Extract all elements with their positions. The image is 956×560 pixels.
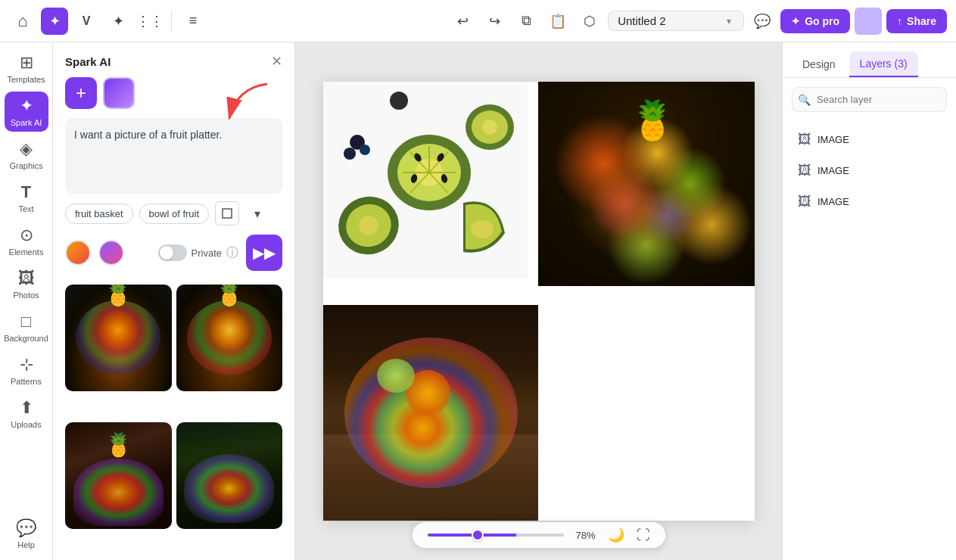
sidebar-item-templates[interactable]: ⊞ Templates xyxy=(5,48,48,89)
generated-image-1[interactable]: 🍍 xyxy=(65,285,172,391)
search-icon: 🔍 xyxy=(798,94,811,106)
sidebar-item-background[interactable]: □ Background xyxy=(5,307,48,347)
share-button[interactable]: ↑ Share xyxy=(886,9,947,33)
toggle-switch[interactable] xyxy=(158,244,187,261)
layer-item-3[interactable]: 🖼 IMAGE xyxy=(792,186,947,217)
private-label: Private xyxy=(192,247,222,259)
sidebar-item-graphics[interactable]: ◈ Graphics xyxy=(5,135,48,175)
main-area: ⊞ Templates ✦ Spark AI ◈ Graphics T Text… xyxy=(0,42,956,560)
search-layer-input[interactable] xyxy=(792,87,947,112)
spark-top-buttons: + xyxy=(53,77,294,118)
svg-point-20 xyxy=(482,120,497,135)
sidebar-item-spark-ai[interactable]: ✦ Spark AI xyxy=(5,92,48,132)
prompt-text: I want a picture of a fruit platter. xyxy=(74,127,273,143)
sidebar-label-background: Background xyxy=(4,334,48,343)
more-button[interactable]: ≡ xyxy=(179,8,207,35)
sidebar-label-templates: Templates xyxy=(7,75,45,84)
sidebar-label-patterns: Patterns xyxy=(11,377,42,386)
square-icon xyxy=(222,208,232,219)
magic-tool-button[interactable]: ✦ xyxy=(104,8,132,35)
panel-close-button[interactable]: ✕ xyxy=(271,53,282,70)
canvas-area: 🍍 xyxy=(295,42,782,560)
canvas-image-kiwi[interactable] xyxy=(323,82,528,278)
sidebar-item-patterns[interactable]: ⊹ Patterns xyxy=(5,350,48,390)
sidebar-label-spark: Spark AI xyxy=(11,118,42,127)
fullscreen-button[interactable]: ⛶ xyxy=(637,527,650,543)
avatar-1 xyxy=(65,240,91,266)
background-icon: □ xyxy=(21,312,31,331)
sidebar-item-text[interactable]: T Text xyxy=(5,178,48,218)
right-tabs: Design Layers (3) xyxy=(783,42,956,78)
go-pro-icon: ✦ xyxy=(791,15,800,27)
layer-image-icon-3: 🖼 xyxy=(798,194,811,210)
svg-point-17 xyxy=(471,220,494,238)
patterns-icon: ⊹ xyxy=(20,355,33,375)
panel-title: Spark AI xyxy=(65,55,111,68)
main-toolbar: ⌂ ✦ V ✦ ⋮⋮ ≡ ↩ ↪ ⧉ 📋 ⬡ ▾ 💬 ✦ Go pro ↑ Sh… xyxy=(0,0,956,42)
sidebar-item-elements[interactable]: ⊙ Elements xyxy=(5,221,48,261)
layer-image-icon-2: 🖼 xyxy=(798,163,811,179)
text-tool-button[interactable]: V xyxy=(73,8,100,35)
notes-button[interactable]: 📋 xyxy=(544,8,571,35)
home-button[interactable]: ⌂ xyxy=(9,8,36,35)
embed-button[interactable]: ⬡ xyxy=(576,8,603,35)
redo-button[interactable]: ↪ xyxy=(481,8,508,35)
avatar-row: Private ⓘ ▶▶ xyxy=(53,226,294,280)
sidebar-label-graphics: Graphics xyxy=(9,161,42,170)
layer-item-2[interactable]: 🖼 IMAGE xyxy=(792,155,947,186)
svg-point-23 xyxy=(360,145,370,155)
sidebar-item-photos[interactable]: 🖼 Photos xyxy=(5,264,48,304)
kiwi-svg xyxy=(323,82,528,278)
zoom-percent: 78% xyxy=(575,530,595,541)
timeline-button[interactable]: ⋮⋮ xyxy=(136,8,163,35)
expand-button[interactable]: ▾ xyxy=(245,201,269,226)
square-option-button[interactable] xyxy=(215,201,239,226)
spark-add-button[interactable]: + xyxy=(65,77,97,109)
templates-icon: ⊞ xyxy=(20,53,33,73)
spark-ai-panel: Spark AI ✕ + I want a picture of a fruit… xyxy=(53,42,295,560)
info-icon[interactable]: ⓘ xyxy=(226,245,238,261)
sidebar-label-photos: Photos xyxy=(13,291,39,300)
sidebar-label-uploads: Uploads xyxy=(11,420,41,429)
generated-image-4[interactable] xyxy=(176,422,283,529)
canvas-toolbar: 78% 🌙 ⛶ xyxy=(412,522,665,548)
spark-icon-button[interactable]: ✦ xyxy=(41,8,68,35)
layer-label-2: IMAGE xyxy=(817,165,849,176)
canvas-image-platter-bottom[interactable] xyxy=(323,305,540,521)
dark-mode-button[interactable]: 🌙 xyxy=(608,527,624,543)
canvas-image-platter-top[interactable]: 🍍 xyxy=(538,82,755,286)
suggestion-bowl-of-fruit[interactable]: bowl of fruit xyxy=(139,204,209,224)
spark-image-preview[interactable] xyxy=(103,77,135,109)
icon-sidebar: ⊞ Templates ✦ Spark AI ◈ Graphics T Text… xyxy=(0,42,53,560)
layers-button[interactable]: ⧉ xyxy=(512,8,540,35)
generated-image-grid: 🍍 🍍 🍍 xyxy=(53,280,294,560)
go-pro-button[interactable]: ✦ Go pro xyxy=(780,9,850,33)
layer-image-icon-1: 🖼 xyxy=(798,132,811,148)
graphics-icon: ◈ xyxy=(20,139,33,159)
undo-button[interactable]: ↩ xyxy=(449,8,476,35)
layer-item-1[interactable]: 🖼 IMAGE xyxy=(792,124,947,155)
sidebar-item-help[interactable]: 💬 Help xyxy=(5,514,48,554)
generated-image-3[interactable]: 🍍 xyxy=(65,422,172,529)
sidebar-item-uploads[interactable]: ⬆ Uploads xyxy=(5,394,48,434)
sidebar-label-help: Help xyxy=(17,540,35,549)
prompt-area: I want a picture of a fruit platter. xyxy=(65,118,282,194)
tab-design[interactable]: Design xyxy=(792,51,846,77)
text-icon: T xyxy=(21,182,31,202)
user-avatar xyxy=(855,8,882,35)
canvas-board[interactable]: 🍍 xyxy=(323,82,755,521)
title-input[interactable] xyxy=(618,14,724,27)
title-dropdown-icon[interactable]: ▾ xyxy=(727,16,731,26)
generated-image-2[interactable]: 🍍 xyxy=(176,285,283,391)
pineapple-icon: 🍍 xyxy=(629,98,676,142)
zoom-slider[interactable] xyxy=(427,534,563,537)
layer-label-3: IMAGE xyxy=(817,196,849,207)
panel-header: Spark AI ✕ xyxy=(53,42,294,77)
search-layer-wrap: 🔍 xyxy=(783,78,956,121)
comment-button[interactable]: 💬 xyxy=(749,8,776,35)
suggestion-fruit-basket[interactable]: fruit basket xyxy=(65,204,133,224)
uploads-icon: ⬆ xyxy=(20,398,33,418)
suggestion-row: fruit basket bowl of fruit ▾ xyxy=(53,194,294,226)
tab-layers[interactable]: Layers (3) xyxy=(849,51,918,77)
generate-button[interactable]: ▶▶ xyxy=(246,235,282,271)
